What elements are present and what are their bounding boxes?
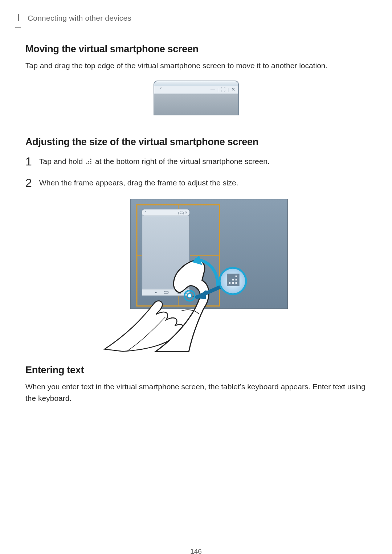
figure-virtual-screen-titlebar: ˅ — | ⛶ | ✕ — [154, 81, 239, 115]
crop-marks — [15, 14, 21, 36]
step-1-text-after: at the bottom right of the virtual smart… — [95, 157, 270, 165]
svg-rect-29 — [235, 282, 237, 284]
svg-point-22 — [187, 294, 192, 298]
svg-rect-5 — [90, 159, 91, 160]
separator: | — [217, 87, 219, 92]
resize-handle-icon — [85, 157, 93, 165]
breadcrumb: Connecting with other devices — [28, 14, 367, 22]
paragraph-moving-screen: Tap and drag the top edge of the virtual… — [25, 60, 367, 72]
svg-rect-30 — [232, 279, 234, 280]
svg-text:— | ⛶ | ✕: — | ⛶ | ✕ — [174, 211, 187, 214]
svg-rect-1 — [88, 163, 89, 164]
figure-resize-gesture: ˅ — | ⛶ | ✕ — [101, 199, 291, 354]
step-2: When the frame appears, drag the frame t… — [25, 177, 367, 189]
step-2-text: When the frame appears, drag the frame t… — [39, 178, 238, 187]
heading-moving-screen: Moving the virtual smartphone screen — [25, 44, 367, 55]
svg-rect-28 — [232, 282, 234, 284]
svg-rect-31 — [235, 279, 237, 280]
manual-page: Connecting with other devices Moving the… — [0, 14, 392, 554]
steps-list: Tap and hold at the bottom right of the … — [25, 156, 367, 189]
svg-rect-4 — [90, 161, 91, 162]
heading-adjust-size: Adjusting the size of the virtual smartp… — [25, 136, 367, 148]
svg-text:˅: ˅ — [145, 210, 147, 214]
step-1-text-before: Tap and hold — [39, 157, 85, 165]
heading-entering-text: Entering text — [25, 365, 367, 376]
minimize-icon: — — [211, 87, 215, 92]
titlebar-drag-handle — [154, 81, 239, 86]
svg-rect-32 — [235, 275, 237, 277]
titlebar-controls: ˅ — | ⛶ | ✕ — [154, 86, 239, 94]
maximize-icon: ⛶ — [221, 87, 225, 92]
svg-rect-2 — [90, 163, 91, 164]
chevron-down-icon: ˅ — [159, 87, 162, 92]
step-1: Tap and hold at the bottom right of the … — [25, 156, 367, 167]
svg-point-15 — [155, 291, 156, 293]
svg-rect-0 — [86, 163, 87, 164]
paragraph-entering-text: When you enter text in the virtual smart… — [25, 381, 367, 405]
close-icon: ✕ — [231, 87, 235, 92]
svg-rect-3 — [88, 161, 89, 162]
separator: | — [228, 87, 229, 92]
titlebar-body-preview — [154, 94, 239, 115]
svg-rect-27 — [229, 282, 230, 284]
page-number: 146 — [0, 547, 392, 554]
